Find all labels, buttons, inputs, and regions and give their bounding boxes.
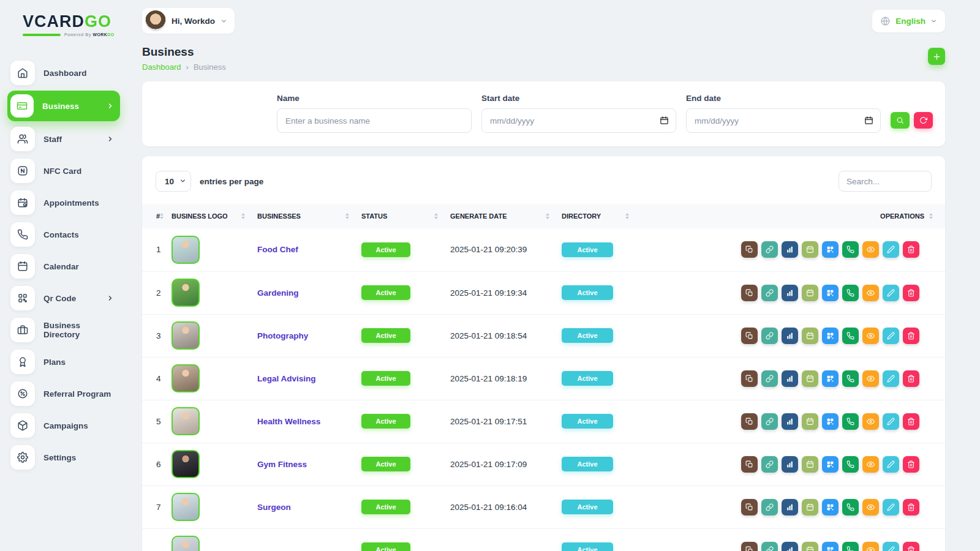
delete-button[interactable]	[903, 285, 919, 301]
link-button[interactable]	[761, 370, 778, 387]
start-date-input[interactable]	[481, 108, 676, 133]
add-business-button[interactable]	[928, 48, 945, 65]
qr-code-button[interactable]	[822, 370, 839, 387]
end-date-input[interactable]	[686, 108, 881, 133]
sidebar-item-staff[interactable]: Staff	[7, 125, 120, 153]
sidebar-item-dashboard[interactable]: Dashboard	[7, 59, 120, 87]
column-header-businesses[interactable]: BUSINESSES	[257, 204, 361, 228]
preview-button[interactable]	[862, 456, 879, 473]
link-button[interactable]	[761, 413, 778, 430]
sidebar-item-plans[interactable]: Plans	[7, 348, 120, 376]
contact-button[interactable]	[842, 542, 859, 551]
business-name-link[interactable]: Gardening	[257, 288, 299, 298]
sidebar-item-appointments[interactable]: Appointments	[7, 189, 120, 217]
sort-icon[interactable]	[434, 213, 438, 219]
sort-icon[interactable]	[160, 213, 164, 219]
link-button[interactable]	[761, 241, 778, 258]
sidebar-item-qr-code[interactable]: Qr Code	[7, 284, 120, 312]
link-button[interactable]	[761, 456, 778, 473]
analytics-button[interactable]	[782, 370, 798, 387]
analytics-button[interactable]	[782, 456, 798, 473]
edit-button[interactable]	[883, 285, 899, 301]
link-button[interactable]	[761, 542, 778, 551]
link-button[interactable]	[761, 285, 778, 301]
duplicate-button[interactable]	[741, 499, 758, 515]
sidebar-item-business[interactable]: Business	[7, 91, 120, 121]
sort-icon[interactable]	[345, 213, 349, 219]
column-header-[interactable]: #	[142, 204, 172, 228]
column-header-directory[interactable]: DIRECTORY	[562, 204, 641, 228]
qr-code-button[interactable]	[822, 456, 839, 473]
preview-button[interactable]	[862, 499, 879, 515]
link-button[interactable]	[761, 328, 778, 344]
delete-button[interactable]	[903, 328, 919, 344]
sidebar-item-referral-program[interactable]: Referral Program	[7, 380, 120, 408]
delete-button[interactable]	[903, 456, 919, 473]
breadcrumb-dashboard[interactable]: Dashboard	[142, 62, 181, 72]
analytics-button[interactable]	[782, 413, 798, 430]
delete-button[interactable]	[903, 370, 919, 387]
appointment-button[interactable]	[802, 413, 818, 430]
business-name-link[interactable]: Health Wellness	[257, 417, 320, 426]
business-name-input[interactable]	[277, 108, 472, 133]
contact-button[interactable]	[842, 285, 859, 301]
appointment-button[interactable]	[802, 542, 818, 551]
table-search-input[interactable]	[839, 171, 932, 192]
entries-per-page-select[interactable]: 10	[156, 171, 191, 192]
contact-button[interactable]	[842, 499, 859, 515]
preview-button[interactable]	[862, 542, 879, 551]
delete-button[interactable]	[903, 241, 919, 258]
qr-code-button[interactable]	[822, 413, 839, 430]
analytics-button[interactable]	[782, 285, 798, 301]
edit-button[interactable]	[883, 241, 899, 258]
duplicate-button[interactable]	[741, 413, 758, 430]
appointment-button[interactable]	[802, 241, 818, 258]
user-menu[interactable]: Hi, Workdo	[142, 8, 235, 34]
analytics-button[interactable]	[782, 328, 798, 344]
sidebar-item-nfc-card[interactable]: NFC Card	[7, 157, 120, 185]
delete-button[interactable]	[903, 499, 919, 515]
preview-button[interactable]	[862, 241, 879, 258]
analytics-button[interactable]	[782, 241, 798, 258]
sort-icon[interactable]	[625, 213, 629, 219]
sidebar-item-business-directory[interactable]: Business Directory	[7, 316, 120, 344]
delete-button[interactable]	[903, 542, 919, 551]
sort-icon[interactable]	[241, 213, 245, 219]
language-selector[interactable]: English	[872, 10, 945, 32]
sort-icon[interactable]	[929, 213, 933, 219]
business-name-link[interactable]: Surgeon	[257, 503, 291, 512]
column-header-generate-date[interactable]: GENERATE DATE	[450, 204, 562, 228]
sidebar-item-contacts[interactable]: Contacts	[7, 220, 120, 249]
analytics-button[interactable]	[782, 499, 798, 515]
business-name-link[interactable]: Gym Fitness	[257, 460, 307, 469]
edit-button[interactable]	[883, 370, 899, 387]
preview-button[interactable]	[862, 370, 879, 387]
column-header-status[interactable]: STATUS	[361, 204, 450, 228]
analytics-button[interactable]	[782, 542, 798, 551]
business-name-link[interactable]: Food Chef	[257, 245, 298, 254]
contact-button[interactable]	[842, 328, 859, 344]
sidebar-item-campaigns[interactable]: Campaigns	[7, 411, 120, 440]
qr-code-button[interactable]	[822, 499, 839, 515]
qr-code-button[interactable]	[822, 328, 839, 344]
link-button[interactable]	[761, 499, 778, 515]
preview-button[interactable]	[862, 285, 879, 301]
duplicate-button[interactable]	[741, 285, 758, 301]
edit-button[interactable]	[883, 499, 899, 515]
brand-logo[interactable]: VCARDGO Powered By WORKDO	[0, 7, 129, 45]
appointment-button[interactable]	[802, 370, 818, 387]
duplicate-button[interactable]	[741, 241, 758, 258]
preview-button[interactable]	[862, 413, 879, 430]
sort-icon[interactable]	[546, 213, 549, 219]
business-name-link[interactable]: Legal Advising	[257, 374, 316, 383]
column-header-business-logo[interactable]: BUSINESS LOGO	[172, 204, 257, 228]
qr-code-button[interactable]	[822, 542, 839, 551]
search-button[interactable]	[891, 112, 910, 129]
sidebar-item-calendar[interactable]: Calendar	[7, 252, 120, 280]
business-name-link[interactable]: Photography	[257, 331, 308, 340]
duplicate-button[interactable]	[741, 542, 758, 551]
contact-button[interactable]	[842, 413, 859, 430]
preview-button[interactable]	[862, 328, 879, 344]
reset-button[interactable]	[914, 112, 933, 129]
edit-button[interactable]	[883, 542, 899, 551]
